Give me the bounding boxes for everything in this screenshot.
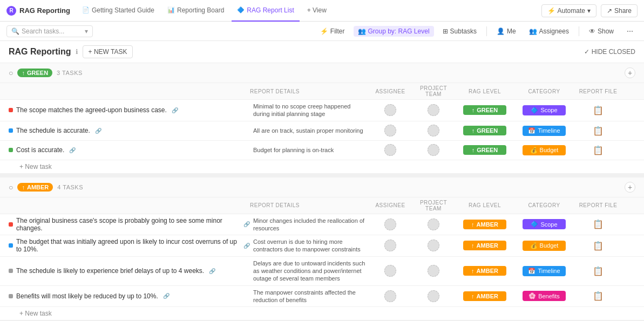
green-task-1-category: 🔷 Scope <box>514 105 574 115</box>
task-dot <box>9 148 13 152</box>
category-badge: 💰 Budget <box>523 145 566 155</box>
more-options-button[interactable]: ⋯ <box>622 26 638 37</box>
task-text: The schedule is accurate. <box>16 127 90 134</box>
avatar <box>384 290 396 302</box>
col-project-team: PROJECT TEAM <box>412 85 455 97</box>
green-task-3-detail: Budget for planning is on-track <box>250 146 369 154</box>
green-task-3-category: 💰 Budget <box>514 145 574 155</box>
page-header: RAG Reporting ℹ + NEW TASK ✓ HIDE CLOSED <box>0 41 644 63</box>
show-button[interactable]: 👁 Show <box>585 26 618 37</box>
link-icon[interactable]: 🔗 <box>243 221 250 227</box>
green-task-1-file[interactable]: 📋 <box>574 105 622 115</box>
amber-task-2-assignee <box>369 240 412 251</box>
col-rag-level: RAG LEVEL <box>455 88 514 94</box>
cat-icon: 💰 <box>530 242 538 249</box>
green-add-button[interactable]: + <box>625 67 635 78</box>
app-title: RAG Reporting <box>19 6 70 15</box>
category-badge: 📅 Timeline <box>523 266 566 276</box>
hide-closed-label: ✓ HIDE CLOSED <box>584 48 635 56</box>
assignees-label: Assignees <box>539 28 569 35</box>
table-row: Cost is accurate. 🔗 Budget for planning … <box>0 141 644 160</box>
rag-label: GREEN <box>477 127 498 134</box>
amber-task-3-file[interactable]: 📋 <box>574 266 622 276</box>
amber-task-2-name: The budget that was initially agreed upo… <box>9 238 250 253</box>
rag-arrow: ↑ <box>471 221 474 228</box>
new-task-button[interactable]: + NEW TASK <box>83 45 133 58</box>
green-toggle[interactable]: ○ <box>9 69 13 77</box>
link-icon[interactable]: 🔗 <box>69 147 76 153</box>
subtasks-button[interactable]: ⊞ Subtasks <box>438 26 481 37</box>
top-bar: R RAG Reporting 📄 Getting Started Guide … <box>0 0 644 22</box>
hide-closed-button[interactable]: ✓ HIDE CLOSED <box>584 48 635 56</box>
tab-getting-started[interactable]: 📄 Getting Started Guide <box>77 0 160 22</box>
green-task-3-team <box>412 144 455 156</box>
rag-arrow: ↑ <box>472 127 475 134</box>
amber-task-1-name: The original business case's scope is pr… <box>9 217 250 232</box>
me-button[interactable]: 👤 Me <box>492 26 520 37</box>
link-icon[interactable]: 🔗 <box>209 268 215 274</box>
green-new-task[interactable]: + New task <box>0 160 644 173</box>
rag-arrow: ↑ <box>471 293 474 299</box>
table-row: The budget that was initially agreed upo… <box>0 235 644 257</box>
group-by-button[interactable]: 👥 Group by: RAG Level <box>354 26 434 37</box>
amber-task-1-file[interactable]: 📋 <box>574 219 622 229</box>
amber-task-3-detail: Delays are due to untoward incidents suc… <box>250 259 369 283</box>
amber-toggle[interactable]: ○ <box>9 183 13 192</box>
link-icon[interactable]: 🔗 <box>163 293 170 299</box>
category-badge: 💰 Budget <box>523 241 566 251</box>
tab-rag-report-list-label: RAG Report List <box>247 6 294 14</box>
assignees-button[interactable]: 👥 Assignees <box>525 26 573 37</box>
green-task-2-file[interactable]: 📋 <box>574 126 622 136</box>
green-col-headers: REPORT DETAILS ASSIGNEE PROJECT TEAM RAG… <box>0 83 644 100</box>
green-task-1-team <box>412 104 455 116</box>
task-dot <box>9 108 13 112</box>
green-section-header: ○ ↑ GREEN 3 TASKS + <box>0 63 644 83</box>
avatar <box>428 144 439 156</box>
automate-button[interactable]: ⚡ Automate ▾ <box>541 4 596 17</box>
amber-badge: ↑ AMBER <box>17 183 53 192</box>
cat-icon: 🌸 <box>528 292 536 299</box>
amber-task-4-file[interactable]: 📋 <box>574 291 622 301</box>
search-box[interactable]: 🔍 Search tasks... ▾ <box>6 25 93 37</box>
filter-label: Filter <box>330 28 345 35</box>
link-icon[interactable]: 🔗 <box>95 128 101 134</box>
category-badge: 🔷 Scope <box>523 105 566 115</box>
tab-view[interactable]: + View <box>302 0 332 22</box>
link-icon[interactable]: 🔗 <box>172 107 178 113</box>
table-row: The schedule is likely to experience bri… <box>0 257 644 286</box>
info-icon[interactable]: ℹ <box>76 48 78 56</box>
task-text: The scope matches the agreed-upon busine… <box>16 106 167 114</box>
search-chevron: ▾ <box>85 28 88 35</box>
green-arrow-icon: ↑ <box>22 70 25 76</box>
rag-label: AMBER <box>477 242 498 249</box>
amber-add-button[interactable]: + <box>625 182 635 193</box>
avatar <box>428 290 439 302</box>
filter-button[interactable]: ⚡ Filter <box>316 26 349 37</box>
table-row: The scope matches the agreed-upon busine… <box>0 100 644 121</box>
assignees-icon: 👥 <box>529 28 537 35</box>
task-text: The schedule is likely to experience bri… <box>16 267 204 275</box>
avatar <box>384 240 396 251</box>
share-button[interactable]: ↗ Share <box>601 4 638 17</box>
green-task-3-assignee <box>369 144 412 156</box>
col-assignee: ASSIGNEE <box>369 88 412 94</box>
task-dot <box>9 222 13 227</box>
link-icon[interactable]: 🔗 <box>243 243 250 249</box>
automate-chevron: ▾ <box>587 7 591 15</box>
me-label: Me <box>507 28 516 35</box>
green-task-3-file[interactable]: 📋 <box>574 145 622 155</box>
avatar <box>384 218 396 230</box>
page-title: RAG Reporting <box>9 47 71 57</box>
amber-arrow-icon: ↑ <box>22 184 25 190</box>
cat-label: Timeline <box>538 268 560 274</box>
amber-new-task[interactable]: + New task <box>0 307 644 320</box>
avatar <box>384 125 396 136</box>
avatar <box>428 104 439 116</box>
amber-task-4-category: 🌸 Benefits <box>514 291 574 301</box>
tab-rag-report-list[interactable]: 🔷 RAG Report List <box>232 0 299 22</box>
amber-task-2-file[interactable]: 📋 <box>574 241 622 251</box>
amber-task-3-assignee <box>369 265 412 277</box>
category-badge: 📅 Timeline <box>523 126 566 136</box>
tab-reporting-board[interactable]: 📊 Reporting Board <box>162 0 229 22</box>
cat-label: Budget <box>540 242 559 249</box>
